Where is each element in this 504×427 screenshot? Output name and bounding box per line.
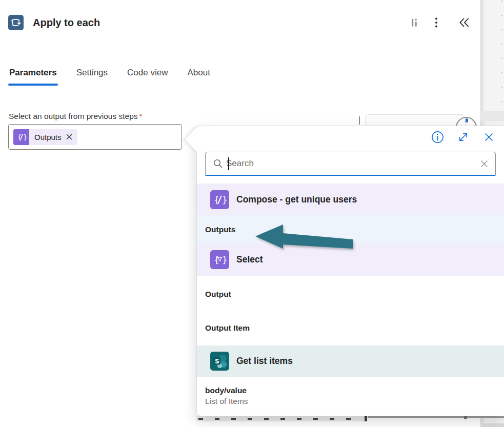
search-input[interactable] — [224, 158, 480, 169]
list-item-description: List of Items — [205, 397, 248, 406]
search-icon — [212, 158, 224, 169]
panel-tabs: Parameters Settings Code view About — [9, 68, 210, 86]
svg-text:}: } — [222, 255, 228, 265]
svg-text:{: { — [17, 133, 21, 141]
token-label: Outputs — [29, 129, 66, 145]
close-icon[interactable] — [482, 130, 496, 144]
clear-search-icon[interactable] — [480, 159, 489, 168]
group-header-label: Compose - get unique users — [236, 194, 357, 205]
outputs-token[interactable]: { } Outputs — [13, 129, 77, 145]
group-header-select[interactable]: { } Select — [197, 243, 504, 276]
search-box — [205, 152, 496, 176]
remove-token-icon[interactable] — [66, 129, 77, 145]
list-item-output-item[interactable]: Output Item — [197, 314, 504, 342]
flow-analytics-icon[interactable] — [409, 16, 421, 29]
popup-toolbar — [431, 130, 496, 144]
svg-text:}: } — [23, 133, 27, 141]
list-item-output[interactable]: Output — [197, 280, 504, 308]
info-icon[interactable] — [431, 130, 445, 144]
list-item-label: body/value — [205, 386, 247, 395]
tab-about[interactable]: About — [187, 68, 210, 86]
svg-text:{: { — [214, 255, 219, 265]
flow-editor: Apply to each Parameters Settings — [0, 0, 504, 427]
canvas-card-fragment — [481, 111, 504, 121]
dynamic-content-list: { } Compose - get unique users Outputs {… — [197, 184, 504, 416]
collapse-panel-icon[interactable] — [457, 15, 471, 30]
canvas-connector-dot — [466, 118, 468, 123]
canvas-card-edge-line — [368, 416, 504, 418]
group-header-get-list-items[interactable]: S Get list items — [197, 345, 504, 377]
required-marker: * — [138, 112, 143, 120]
more-options-icon[interactable] — [431, 16, 441, 29]
svg-text:S: S — [215, 358, 219, 365]
select-icon: { } — [210, 250, 229, 269]
tab-parameters[interactable]: Parameters — [9, 68, 57, 86]
canvas-card-fragment — [482, 423, 504, 427]
tab-code-view[interactable]: Code view — [127, 68, 168, 86]
sharepoint-icon: S — [210, 352, 229, 371]
dynamic-content-popup: { } Compose - get unique users Outputs {… — [196, 126, 504, 416]
loop-container-dashed-border — [198, 418, 362, 420]
group-header-label: Select — [236, 254, 263, 265]
apply-to-each-icon — [8, 15, 24, 30]
list-item-label: Outputs — [205, 225, 235, 234]
canvas-card-edge — [365, 114, 466, 126]
svg-text:}: } — [222, 194, 228, 205]
text-cursor — [228, 157, 229, 170]
list-item-label: Output Item — [205, 323, 250, 333]
expression-icon: { } — [13, 129, 29, 145]
list-item-label: Output — [205, 290, 231, 299]
field-label: Select an output from previous steps* — [9, 112, 143, 121]
canvas-connector-line — [359, 116, 360, 125]
page-title: Apply to each — [33, 17, 100, 29]
output-selector-input[interactable]: { } Outputs — [8, 124, 182, 150]
list-item-outputs[interactable]: Outputs — [197, 215, 504, 243]
compose-icon: { } — [210, 190, 229, 209]
group-header-label: Get list items — [236, 356, 293, 367]
group-header-compose[interactable]: { } Compose - get unique users — [197, 184, 504, 215]
list-item-body-value[interactable]: body/value List of Items — [197, 381, 504, 410]
expand-icon[interactable] — [456, 130, 470, 144]
tab-settings[interactable]: Settings — [76, 68, 108, 86]
